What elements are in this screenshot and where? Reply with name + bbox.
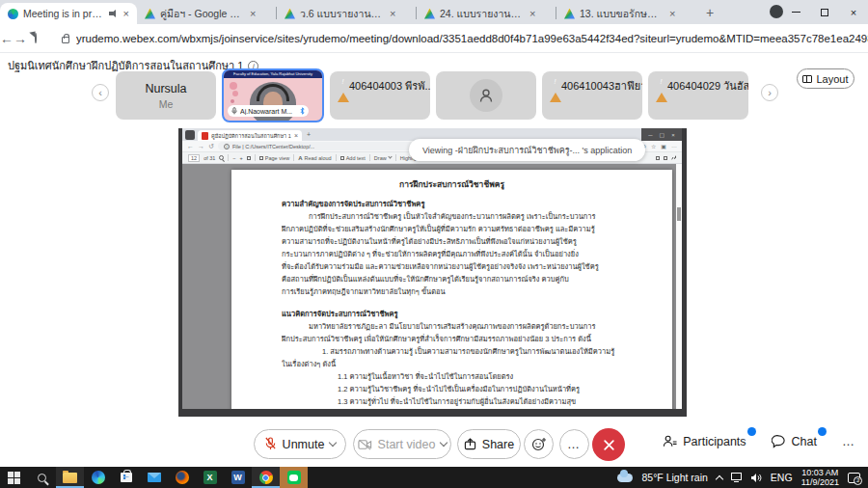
tab-status-request[interactable]: 13. แบบขอรักษาสภาพการเป็นนัก × — [556, 3, 695, 24]
tab-title: คู่มือฯ - Google ไดรฟ์ — [160, 6, 243, 22]
chat-badge — [818, 427, 827, 436]
back-icon[interactable]: ← — [0, 31, 14, 46]
chevron-down-icon[interactable] — [440, 439, 448, 447]
participant-video-card[interactable]: Faculty of Education, Yala Rajabhat Univ… — [222, 68, 324, 122]
windows-taskbar: X W 85°F Light rain ENG 10:03 AM 11/9/20… — [0, 467, 868, 488]
edge-tab-close-icon: × — [294, 132, 298, 139]
forward-icon[interactable]: → — [14, 31, 27, 46]
edge-window-controls: ─▢× — [641, 128, 682, 141]
warning-icon — [656, 76, 667, 102]
mail-icon — [148, 473, 161, 482]
tab-meeting[interactable]: Meeting is in progress... × — [0, 3, 137, 24]
doc-line: ที่จะต้องได้รับความร่วมมือ และความช่วยเห… — [282, 260, 622, 273]
leave-meeting-button[interactable] — [592, 428, 625, 461]
more-options-button[interactable]: … — [559, 429, 589, 459]
notification-count-badge: 3 — [854, 476, 862, 485]
chat-button[interactable]: Chat — [772, 434, 817, 448]
taskbar-mail[interactable] — [140, 467, 168, 488]
panel-more-button[interactable]: … — [842, 434, 856, 448]
participant-card[interactable]: 406404003 พีรพั... — [330, 71, 430, 120]
share-button[interactable]: Share — [457, 429, 521, 459]
tab-title: ว.6 แบบรายงานความก้าวหน้าการ — [300, 6, 383, 22]
hidden-icons-caret[interactable] — [716, 474, 723, 482]
taskbar-explorer[interactable] — [56, 467, 84, 488]
maximize-button[interactable] — [810, 0, 839, 24]
pdf-scrollbar[interactable] — [676, 164, 682, 409]
edge-icon — [92, 471, 105, 484]
new-tab-button[interactable]: + — [699, 2, 720, 23]
close-button[interactable]: × — [839, 0, 868, 24]
tab-close-icon[interactable]: × — [122, 8, 131, 20]
strip-prev-button[interactable]: ‹ — [92, 84, 109, 101]
taskbar-store[interactable] — [112, 467, 140, 488]
video-banner: Faculty of Education, Yala Rajabhat Univ… — [224, 70, 322, 78]
chevron-down-icon[interactable] — [329, 439, 337, 447]
doc-title: การฝึกประสบการณ์วิชาชีพครู — [282, 178, 622, 191]
window-controls: × — [781, 0, 868, 24]
weather-cloud-icon — [617, 474, 633, 482]
tab-close-icon[interactable]: × — [388, 8, 397, 20]
participant-card[interactable]: 406404029 วันฮัส... — [648, 71, 748, 120]
participants-button[interactable]: Participants — [663, 434, 746, 448]
taskbar-clock[interactable]: 10:03 AM 11/9/2021 — [801, 468, 839, 487]
drive-icon — [424, 9, 435, 19]
tab-drive-manual[interactable]: คู่มือฯ - Google ไดรฟ์ × — [137, 3, 276, 24]
unmute-label: Unmute — [283, 438, 325, 451]
start-video-button[interactable]: Start video — [353, 429, 451, 459]
layout-button[interactable]: Layout — [797, 68, 854, 89]
tab-close-icon[interactable]: × — [528, 8, 537, 20]
volume-icon[interactable] — [750, 473, 762, 483]
tab-advice-report[interactable]: 24. แบบรายงานการให้คำปรึกษาวิ × — [417, 3, 556, 24]
taskbar-excel[interactable]: X — [196, 467, 224, 488]
weather-text[interactable]: 85°F Light rain — [641, 472, 707, 483]
warning-icon — [338, 76, 349, 102]
layout-grid-icon — [802, 75, 812, 83]
minimize-button[interactable] — [781, 0, 810, 24]
tab-progress-report[interactable]: ว.6 แบบรายงานความก้าวหน้าการ × — [277, 3, 416, 24]
taskbar-word[interactable]: W — [224, 467, 252, 488]
network-icon[interactable] — [731, 473, 742, 480]
search-icon — [38, 474, 46, 482]
pdf-addtext-button: Add text — [340, 155, 366, 161]
participant-card[interactable]: 406410043ฮาฟียา... — [542, 71, 642, 120]
pdf-scrollbar-thumb[interactable] — [677, 207, 681, 221]
pdf-settings-icon — [656, 156, 660, 160]
clock-date: 11/9/2021 — [801, 477, 839, 487]
webex-icon — [8, 9, 18, 19]
taskbar-chrome[interactable] — [252, 467, 280, 488]
tab-close-icon[interactable]: × — [667, 8, 677, 20]
reactions-button[interactable] — [524, 429, 554, 459]
video-decoration — [230, 82, 237, 90]
firefox-icon — [176, 471, 189, 484]
action-center-icon[interactable]: 3 — [848, 473, 860, 483]
participant-card[interactable] — [436, 71, 536, 120]
strip-next-button[interactable]: › — [761, 84, 778, 101]
start-button[interactable] — [0, 467, 28, 488]
smiley-icon — [531, 437, 547, 452]
mic-muted-icon — [264, 437, 277, 451]
taskbar-edge[interactable] — [84, 467, 112, 488]
tab-audio-icon[interactable] — [109, 10, 117, 17]
taskbar-line[interactable] — [280, 467, 308, 488]
language-indicator[interactable]: ENG — [771, 472, 793, 483]
doc-heading: ความสำคัญของการจัดประสบการณ์วิชาชีพครู — [282, 198, 622, 210]
lock-icon[interactable] — [62, 37, 69, 43]
taskbar-search-button[interactable] — [28, 467, 56, 488]
unmute-button[interactable]: Unmute — [254, 429, 346, 459]
doc-heading: แนวคิดการจัดประสบการณ์วิชาชีพครู — [282, 308, 622, 320]
participant-card-self[interactable]: Nursula Me — [116, 71, 216, 120]
start-video-label: Start video — [378, 438, 436, 451]
pdf-page-number: 12 — [188, 154, 200, 162]
address-bar[interactable]: yrudemo.webex.com/wbxmjs/joinservice/sit… — [52, 28, 868, 49]
chat-label: Chat — [792, 435, 817, 448]
participants-badge — [747, 427, 756, 436]
doc-line: 1.1 ความรู้ในเนื้อหาวิชา ที่จะนำไปใช้ในก… — [282, 370, 622, 383]
share-icon — [464, 438, 476, 450]
taskbar-firefox[interactable] — [168, 467, 196, 488]
tab-close-icon[interactable]: × — [248, 8, 258, 20]
shared-screen-stage: คู่มือปฏิบัติการสอนในสถานศึกษา 1.p... × … — [178, 128, 687, 417]
reload-icon[interactable] — [35, 33, 37, 43]
drive-icon — [285, 9, 295, 19]
windows-logo-icon — [8, 472, 20, 484]
pdf-draw-button: Draw — [374, 155, 392, 161]
